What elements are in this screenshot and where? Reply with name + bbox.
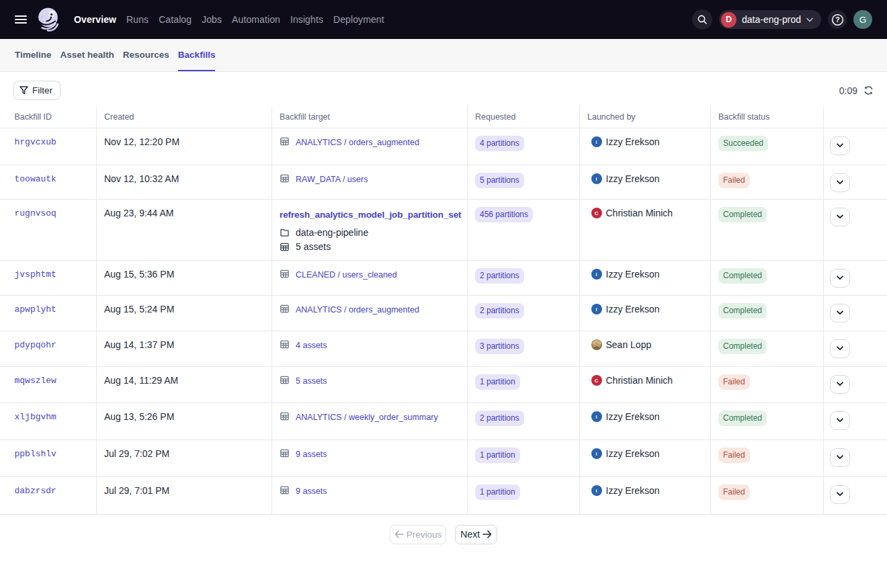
svg-text:?: ? [835, 15, 839, 24]
